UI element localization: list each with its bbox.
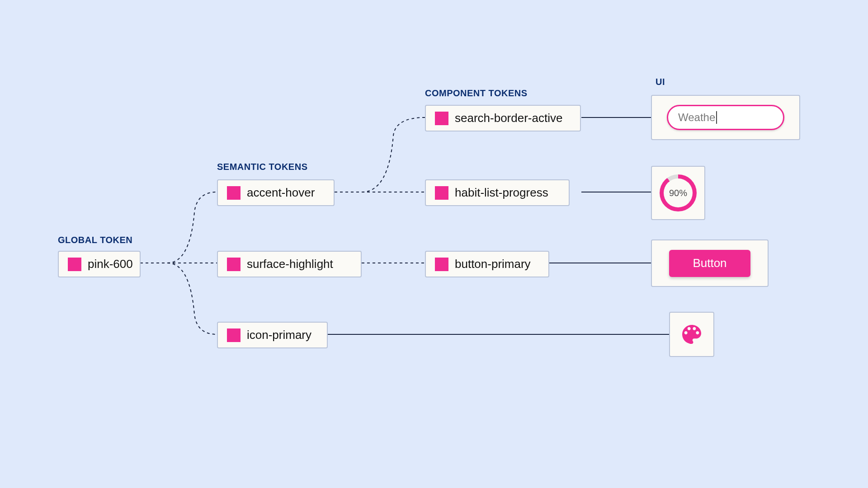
progress-ring: 90% xyxy=(660,174,697,211)
token-label: button-primary xyxy=(455,257,531,271)
heading-semantic-tokens: SEMANTIC TOKENS xyxy=(217,162,307,172)
button-label: Button xyxy=(693,256,726,270)
search-input[interactable]: Weathe xyxy=(667,105,784,130)
token-label: icon-primary xyxy=(247,328,311,342)
component-token-habit-list-progress: habit-list-progress xyxy=(425,179,570,206)
token-label: surface-highlight xyxy=(247,257,333,271)
heading-global-token: GLOBAL TOKEN xyxy=(58,235,132,245)
text-cursor-icon xyxy=(716,111,717,124)
ui-preview-button: Button xyxy=(651,239,769,287)
search-input-text: Weathe xyxy=(678,111,715,124)
component-token-button-primary: button-primary xyxy=(425,251,549,277)
primary-button[interactable]: Button xyxy=(669,250,750,277)
ui-preview-icon xyxy=(669,312,714,357)
token-label: habit-list-progress xyxy=(455,186,548,200)
heading-component-tokens: COMPONENT TOKENS xyxy=(425,88,528,99)
swatch-icon xyxy=(435,186,448,200)
global-token-pink-600: pink-600 xyxy=(58,251,141,277)
token-label: pink-600 xyxy=(88,257,133,271)
swatch-icon xyxy=(435,258,448,271)
swatch-icon xyxy=(435,112,448,125)
ui-preview-search: Weathe xyxy=(651,95,800,140)
progress-value: 90% xyxy=(664,178,693,207)
ui-preview-progress: 90% xyxy=(651,166,705,220)
component-token-search-border-active: search-border-active xyxy=(425,105,581,131)
swatch-icon xyxy=(227,258,241,271)
swatch-icon xyxy=(227,328,241,342)
palette-icon xyxy=(679,322,704,347)
semantic-token-icon-primary: icon-primary xyxy=(217,322,328,348)
semantic-token-accent-hover: accent-hover xyxy=(217,179,335,206)
swatch-icon xyxy=(68,258,81,271)
heading-ui: UI xyxy=(656,77,665,87)
token-label: search-border-active xyxy=(455,111,562,125)
semantic-token-surface-highlight: surface-highlight xyxy=(217,251,362,277)
swatch-icon xyxy=(227,186,241,200)
token-label: accent-hover xyxy=(247,186,315,200)
